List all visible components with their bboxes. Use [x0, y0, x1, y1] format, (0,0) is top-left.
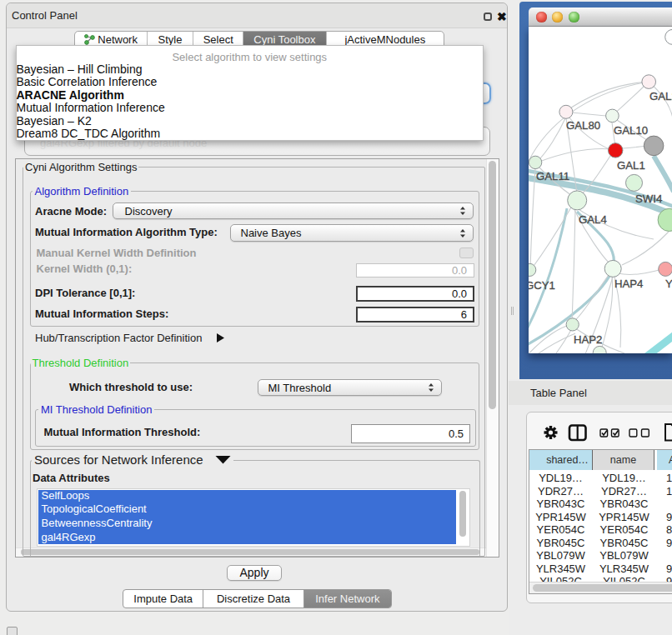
svg-text:GAL10: GAL10 — [614, 124, 648, 137]
svg-text:GAL2: GAL2 — [649, 90, 672, 102]
svg-text:SWI4: SWI4 — [635, 192, 662, 205]
svg-text:GAL4: GAL4 — [579, 213, 607, 226]
svg-text:GAL1: GAL1 — [617, 159, 645, 172]
svg-text:Y: Y — [665, 278, 672, 290]
svg-text:HAP4: HAP4 — [614, 278, 643, 290]
svg-text:GCY1: GCY1 — [529, 279, 555, 292]
svg-text:HAP2: HAP2 — [574, 333, 602, 346]
svg-text:GAL11: GAL11 — [536, 170, 569, 182]
svg-text:GAL80: GAL80 — [566, 119, 600, 132]
